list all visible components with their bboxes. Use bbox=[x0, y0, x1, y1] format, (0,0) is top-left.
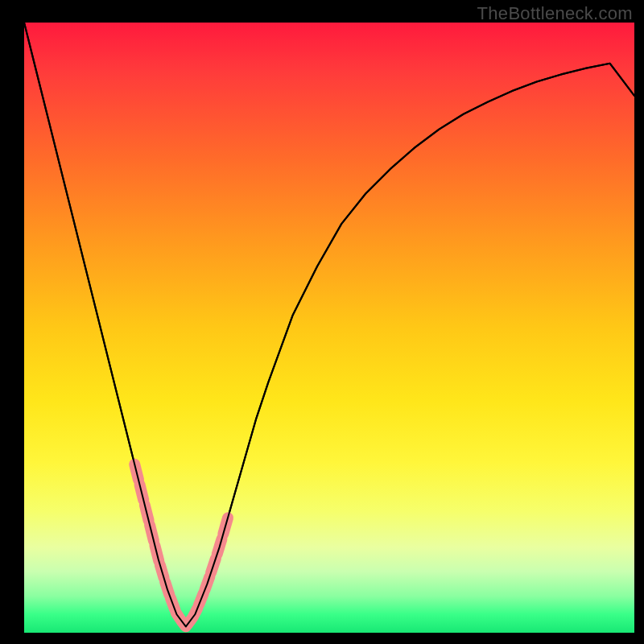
chart-plot-area bbox=[24, 23, 634, 633]
chart-frame: TheBottleneck.com bbox=[0, 0, 644, 644]
bottleneck-curve bbox=[24, 23, 634, 626]
watermark-text: TheBottleneck.com bbox=[477, 3, 633, 24]
chart-curve-layer bbox=[24, 23, 634, 633]
bottleneck-curve bbox=[24, 23, 634, 626]
